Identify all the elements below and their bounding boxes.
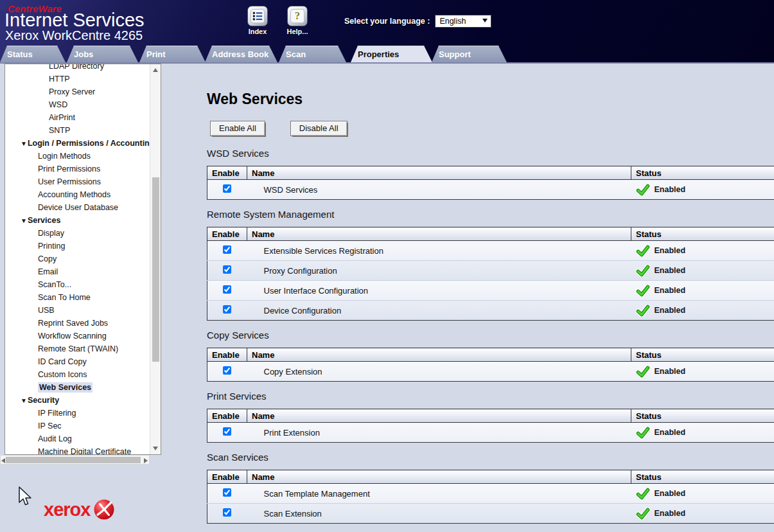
sidebar-item-workflow-scanning[interactable]: Workflow Scanning bbox=[5, 330, 150, 342]
enable-checkbox-device-configuration[interactable] bbox=[223, 305, 231, 314]
sidebar-item-label: ScanTo... bbox=[38, 280, 71, 289]
sidebar-item-label: Security bbox=[28, 396, 59, 405]
enable-checkbox-scan-extension[interactable] bbox=[223, 508, 231, 517]
scroll-down-icon[interactable] bbox=[153, 447, 158, 450]
sidebar-item-security[interactable]: ▼Security bbox=[5, 394, 150, 407]
tab-support[interactable]: Support bbox=[432, 46, 507, 62]
sidebar-item-label: Email bbox=[38, 267, 58, 276]
column-header-name: Name bbox=[247, 409, 631, 423]
table-row-user-interface-configuration: User Interface Configuration Enabled bbox=[207, 281, 774, 301]
service-table-print-services: EnableNameStatusPrint Extension Enabled bbox=[207, 409, 774, 443]
sidebar-item-services[interactable]: ▼Services bbox=[5, 214, 150, 227]
tab-jobs[interactable]: Jobs bbox=[67, 46, 138, 62]
service-name: WSD Services bbox=[247, 180, 631, 200]
sidebar-item-ldap-directory[interactable]: LDAP Directory bbox=[5, 64, 150, 73]
column-header-enable: Enable bbox=[207, 409, 247, 423]
table-row-proxy-configuration: Proxy Configuration Enabled bbox=[207, 261, 774, 281]
sidebar-item-display[interactable]: Display bbox=[5, 227, 150, 240]
sidebar-item-device-user-database[interactable]: Device User Database bbox=[5, 201, 150, 214]
sidebar-item-custom-icons[interactable]: Custom Icons bbox=[5, 368, 150, 381]
sidebar-item-label: Custom Icons bbox=[38, 370, 87, 379]
enabled-check-icon bbox=[636, 508, 650, 520]
tab-print[interactable]: Print bbox=[139, 46, 206, 62]
enable-checkbox-proxy-configuration[interactable] bbox=[223, 265, 231, 274]
scroll-right-icon[interactable] bbox=[144, 458, 148, 463]
scroll-left-icon[interactable] bbox=[1, 458, 5, 463]
sidebar-item-machine-digital-certificate[interactable]: Machine Digital Certificate bbox=[5, 445, 150, 454]
sidebar-item-web-services[interactable]: Web Services bbox=[5, 381, 150, 394]
tab-status[interactable]: Status bbox=[0, 46, 66, 62]
scroll-up-icon[interactable] bbox=[153, 68, 158, 72]
sidebar-item-remote-start-twain[interactable]: Remote Start (TWAIN) bbox=[5, 342, 150, 355]
sidebar-item-scan-to-home[interactable]: Scan To Home bbox=[5, 291, 150, 304]
sidebar-item-label: Copy bbox=[38, 254, 57, 263]
sidebar-item-label: WSD bbox=[49, 100, 67, 109]
tab-scan[interactable]: Scan bbox=[279, 46, 346, 62]
sidebar-item-reprint-saved-jobs[interactable]: Reprint Saved Jobs bbox=[5, 317, 150, 330]
sidebar-item-airprint[interactable]: AirPrint bbox=[5, 111, 150, 124]
sidebar-item-scanto[interactable]: ScanTo... bbox=[5, 278, 150, 291]
sidebar-item-label: LDAP Directory bbox=[49, 64, 104, 71]
sidebar-item-http[interactable]: HTTP bbox=[5, 73, 150, 85]
sidebar-item-audit-log[interactable]: Audit Log bbox=[5, 432, 150, 445]
sidebar-item-sntp[interactable]: SNTP bbox=[5, 124, 150, 137]
xerox-wordmark: xerox bbox=[44, 499, 90, 520]
enabled-check-icon bbox=[636, 184, 650, 196]
horizontal-scroll-thumb[interactable] bbox=[6, 457, 141, 463]
main-content: Web Services Enable All Disable All WSD … bbox=[207, 64, 774, 524]
status-text: Enabled bbox=[655, 509, 686, 518]
enable-checkbox-wsd-services[interactable] bbox=[223, 184, 231, 193]
vertical-scroll-thumb[interactable] bbox=[152, 177, 159, 362]
status-cell: Enabled bbox=[636, 427, 774, 439]
disable-all-button[interactable]: Disable All bbox=[290, 121, 347, 136]
enable-all-button[interactable]: Enable All bbox=[210, 121, 265, 136]
sidebar-vertical-scrollbar[interactable] bbox=[150, 64, 161, 454]
sidebar-horizontal-scrollbar[interactable] bbox=[0, 455, 150, 465]
collapse-arrow-icon: ▼ bbox=[21, 397, 27, 404]
sidebar-item-label: Print Permissions bbox=[38, 164, 100, 173]
status-text: Enabled bbox=[655, 286, 686, 295]
section-title-scan-services: Scan Services bbox=[207, 452, 774, 463]
tab-address-book[interactable]: Address Book bbox=[205, 46, 277, 62]
sidebar-item-usb[interactable]: USB bbox=[5, 304, 150, 317]
sidebar-item-accounting-methods[interactable]: Accounting Methods bbox=[5, 188, 150, 201]
sidebar-item-login-permissions-accounting[interactable]: ▼Login / Permissions / Accounting bbox=[5, 137, 150, 150]
table-row-scan-template-management: Scan Template Management Enabled bbox=[207, 484, 774, 504]
column-header-name: Name bbox=[247, 166, 631, 180]
language-selected-value: English bbox=[439, 17, 466, 26]
sidebar-item-ip-sec[interactable]: IP Sec bbox=[5, 420, 150, 432]
sidebar-item-copy[interactable]: Copy bbox=[5, 253, 150, 265]
sidebar-item-label: Login Methods bbox=[38, 152, 91, 161]
column-header-status: Status bbox=[631, 470, 774, 484]
sidebar-item-printing[interactable]: Printing bbox=[5, 240, 150, 253]
section-title-wsd-services: WSD Services bbox=[207, 148, 774, 159]
sidebar-item-label: ID Card Copy bbox=[38, 357, 87, 366]
enable-checkbox-user-interface-configuration[interactable] bbox=[223, 285, 231, 294]
sidebar-item-id-card-copy[interactable]: ID Card Copy bbox=[5, 355, 150, 368]
app-header: CentreWare Internet Services Xerox WorkC… bbox=[0, 0, 774, 62]
sidebar-item-label: HTTP bbox=[49, 75, 70, 84]
sidebar-item-login-methods[interactable]: Login Methods bbox=[5, 150, 150, 163]
sidebar-item-label: Display bbox=[38, 229, 64, 238]
enable-checkbox-scan-template-management[interactable] bbox=[223, 488, 231, 497]
column-header-enable: Enable bbox=[207, 166, 247, 180]
enable-checkbox-extensible-services-registration[interactable] bbox=[223, 245, 231, 254]
page-title: Web Services bbox=[207, 64, 774, 108]
language-select[interactable]: English bbox=[435, 15, 491, 28]
xerox-sphere-icon bbox=[93, 499, 115, 520]
enable-checkbox-print-extension[interactable] bbox=[223, 427, 231, 436]
sidebar-item-proxy-server[interactable]: Proxy Server bbox=[5, 85, 150, 98]
section-title-remote-system-management: Remote System Management bbox=[207, 209, 774, 220]
sidebar-item-wsd[interactable]: WSD bbox=[5, 98, 150, 111]
status-cell: Enabled bbox=[636, 285, 774, 297]
enable-checkbox-copy-extension[interactable] bbox=[223, 366, 231, 375]
index-icon bbox=[247, 6, 268, 26]
tab-properties[interactable]: Properties bbox=[351, 46, 432, 62]
sidebar-item-email[interactable]: Email bbox=[5, 265, 150, 278]
sidebar-item-ip-filtering[interactable]: IP Filtering bbox=[5, 407, 150, 420]
help-button[interactable]: ? Help... bbox=[283, 6, 312, 35]
sidebar-item-user-permissions[interactable]: User Permissions bbox=[5, 175, 150, 188]
index-button[interactable]: Index bbox=[243, 6, 272, 35]
sidebar-item-label: Audit Log bbox=[38, 434, 72, 443]
sidebar-item-print-permissions[interactable]: Print Permissions bbox=[5, 163, 150, 175]
